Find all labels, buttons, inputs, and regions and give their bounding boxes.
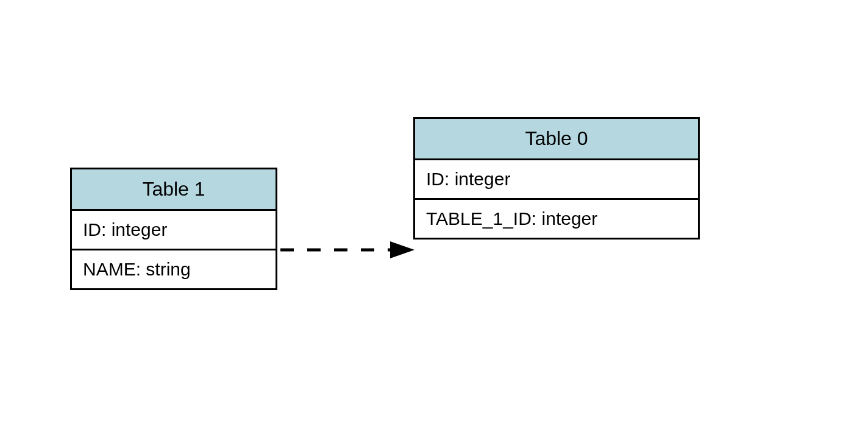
- table-1-header: Table 1: [72, 169, 276, 211]
- entity-table-1: Table 1 ID: integer NAME: string: [70, 168, 277, 290]
- svg-marker-1: [390, 241, 414, 258]
- relationship-arrow-icon: [277, 238, 414, 262]
- table-0-header: Table 0: [415, 119, 698, 160]
- entity-table-0: Table 0 ID: integer TABLE_1_ID: integer: [413, 117, 700, 240]
- table-0-row-fk: TABLE_1_ID: integer: [415, 198, 698, 238]
- table-1-row-name: NAME: string: [72, 249, 276, 288]
- table-0-row-id: ID: integer: [415, 160, 698, 198]
- table-1-row-id: ID: integer: [72, 211, 276, 249]
